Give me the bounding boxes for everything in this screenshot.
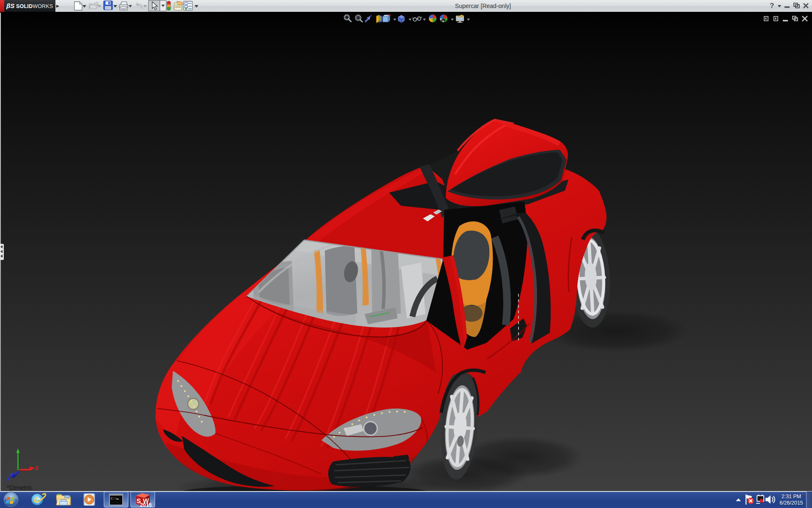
- svg-text:2015: 2015: [140, 502, 152, 508]
- svg-text:C:\: C:\: [111, 497, 117, 500]
